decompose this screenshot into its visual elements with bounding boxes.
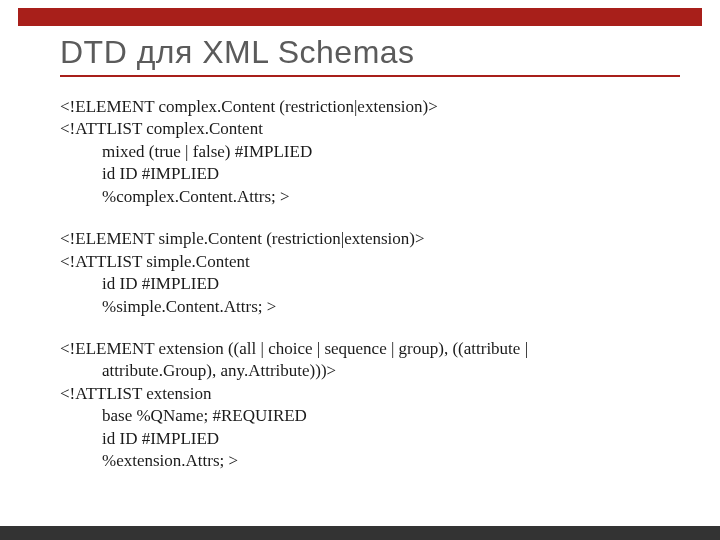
- code-line: <!ATTLIST simple.Content: [60, 251, 680, 273]
- top-accent-bar: [18, 8, 702, 26]
- dtd-block-complexcontent: <!ELEMENT complex.Content (restriction|e…: [60, 96, 680, 208]
- code-line: id ID #IMPLIED: [60, 163, 680, 185]
- code-line: mixed (true | false) #IMPLIED: [60, 141, 680, 163]
- slide-body: <!ELEMENT complex.Content (restriction|e…: [60, 96, 680, 493]
- code-line: %extension.Attrs; >: [60, 450, 680, 472]
- dtd-block-simplecontent: <!ELEMENT simple.Content (restriction|ex…: [60, 228, 680, 318]
- dtd-block-extension: <!ELEMENT extension ((all | choice | seq…: [60, 338, 680, 473]
- code-line: id ID #IMPLIED: [60, 428, 680, 450]
- slide: DTD для XML Schemas <!ELEMENT complex.Co…: [0, 0, 720, 540]
- code-line: base %QName; #REQUIRED: [60, 405, 680, 427]
- slide-title: DTD для XML Schemas: [60, 34, 680, 77]
- code-line: <!ELEMENT complex.Content (restriction|e…: [60, 96, 680, 118]
- bottom-bar: [0, 526, 720, 540]
- code-line: <!ELEMENT simple.Content (restriction|ex…: [60, 228, 680, 250]
- code-line: %complex.Content.Attrs; >: [60, 186, 680, 208]
- code-line: <!ATTLIST complex.Content: [60, 118, 680, 140]
- code-line: id ID #IMPLIED: [60, 273, 680, 295]
- code-line: <!ELEMENT extension ((all | choice | seq…: [60, 338, 680, 360]
- code-line: attribute.Group), any.Attribute)))>: [60, 360, 680, 382]
- code-line: %simple.Content.Attrs; >: [60, 296, 680, 318]
- code-line: <!ATTLIST extension: [60, 383, 680, 405]
